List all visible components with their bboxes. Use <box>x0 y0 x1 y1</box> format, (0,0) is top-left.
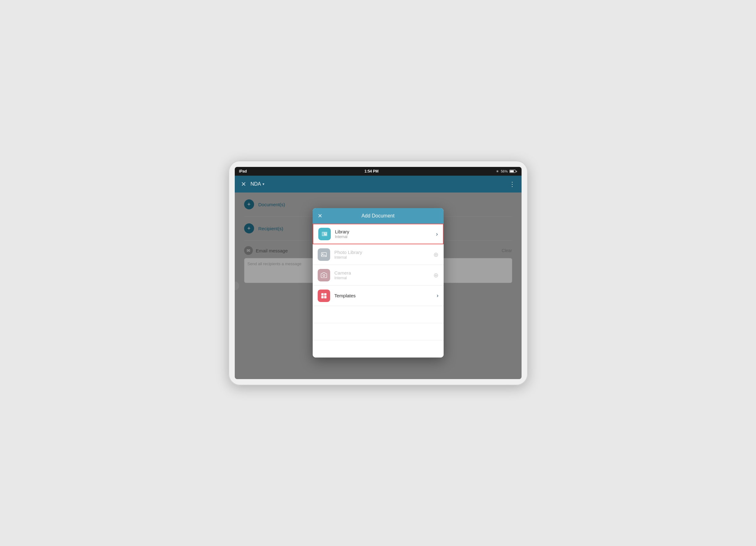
templates-text: Templates <box>335 293 437 298</box>
camera-name: Camera <box>335 270 433 275</box>
status-bar: iPad 1:54 PM ✳ 56% <box>235 167 522 176</box>
library-arrow-icon: › <box>436 230 438 237</box>
menu-item-library[interactable]: Library Internal › <box>313 224 444 244</box>
empty-row-1 <box>313 306 444 323</box>
svg-rect-6 <box>321 296 323 298</box>
templates-name: Templates <box>335 293 437 298</box>
time-display: 1:54 PM <box>364 169 378 173</box>
svg-rect-4 <box>321 293 323 295</box>
header-close-button[interactable]: ✕ <box>241 180 246 188</box>
nda-chevron-icon[interactable]: ▾ <box>262 182 264 186</box>
library-sub: Internal <box>335 234 436 239</box>
camera-icon <box>318 268 330 281</box>
library-name: Library <box>335 229 436 234</box>
svg-point-3 <box>323 274 325 276</box>
templates-icon <box>318 289 330 302</box>
battery-percent: 56% <box>501 169 508 173</box>
ipad-frame: iPad 1:54 PM ✳ 56% ✕ NDA <box>229 161 528 385</box>
menu-item-photo-library: Photo Library Internal ⊕ <box>313 244 444 265</box>
nda-text: NDA <box>251 181 261 187</box>
camera-text: Camera Internal <box>335 270 433 280</box>
app-content: ✕ NDA ▾ ⋮ + Document(s) <box>235 176 522 379</box>
empty-row-3 <box>313 341 444 358</box>
nda-title: NDA ▾ <box>251 181 265 187</box>
photo-library-plus-icon: ⊕ <box>433 250 439 258</box>
modal-body: Library Internal › <box>313 224 444 358</box>
modal-header: ✕ Add Document <box>313 208 444 224</box>
camera-sub: Internal <box>335 276 433 280</box>
photo-library-name: Photo Library <box>335 249 433 254</box>
photo-library-icon <box>318 248 330 260</box>
ipad-screen: iPad 1:54 PM ✳ 56% ✕ NDA <box>235 167 522 379</box>
battery-icon <box>509 170 517 173</box>
status-bar-right: ✳ 56% <box>496 169 517 173</box>
svg-rect-7 <box>324 296 326 298</box>
camera-plus-icon: ⊕ <box>433 271 439 279</box>
menu-item-camera: Camera Internal ⊕ <box>313 265 444 286</box>
library-text: Library Internal <box>335 229 436 239</box>
device-label: iPad <box>239 169 247 173</box>
menu-item-templates[interactable]: Templates › <box>313 286 444 306</box>
photo-library-text: Photo Library Internal <box>335 249 433 259</box>
photo-library-sub: Internal <box>335 255 433 259</box>
modal-close-button[interactable]: ✕ <box>318 212 322 219</box>
svg-rect-5 <box>324 293 326 295</box>
header-left: ✕ NDA ▾ <box>241 180 265 188</box>
app-body: + Document(s) + Recipient(s) ✉ Email mes… <box>235 192 522 379</box>
templates-arrow-icon: › <box>437 292 439 299</box>
bluetooth-icon: ✳ <box>496 169 499 173</box>
library-icon <box>318 228 331 240</box>
add-document-modal: ✕ Add Document <box>313 208 444 358</box>
app-header: ✕ NDA ▾ ⋮ <box>235 176 522 192</box>
empty-row-2 <box>313 323 444 341</box>
more-menu-button[interactable]: ⋮ <box>509 180 515 188</box>
modal-title: Add Document <box>362 213 395 219</box>
